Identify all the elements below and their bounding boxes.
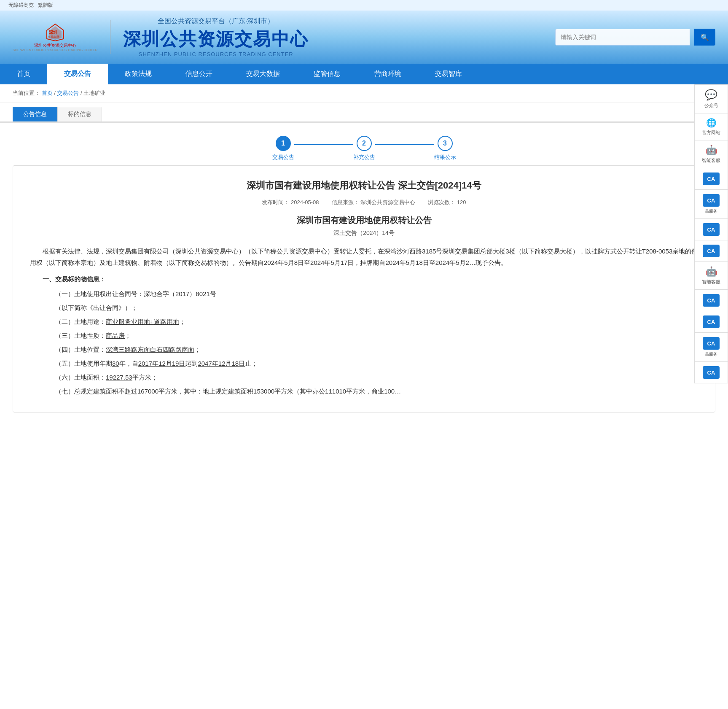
main-title: 深圳公共资源交易中心 (123, 27, 309, 51)
ca-6-widget[interactable]: CA (694, 311, 728, 332)
item-4: （三）土地性质：商品房； (30, 330, 698, 341)
item-2: （以下简称《出让合同》）； (30, 302, 698, 313)
tab-announcement[interactable]: 公告信息 (13, 107, 57, 121)
wechat-widget[interactable]: 💬 公众号 (694, 84, 728, 113)
platform-subtitle: 全国公共资源交易平台（广东·深圳市） (123, 17, 309, 26)
breadcrumb: 当前位置： 首页 / 交易公告 / 土地矿业 (0, 84, 728, 102)
ca-7-widget[interactable]: CA 品服务 (694, 332, 728, 361)
main-nav: 首页 交易公告 政策法规 信息公开 交易大数据 监管信息 营商环境 交易智库 (0, 64, 728, 84)
step-3-circle[interactable]: 3 (438, 136, 453, 151)
ca-2-label: 品服务 (705, 208, 717, 214)
item-3: （二）土地用途：商业服务业用地+道路用地； (30, 316, 698, 327)
ca-badge-4: CA (703, 245, 720, 257)
logo-box[interactable]: 深圳 交易集团 深圳公共资源交易中心 SHENZHEN PUBLIC RESOU… (13, 22, 97, 52)
ca-badge-2: CA (703, 194, 720, 207)
nav-home[interactable]: 首页 (0, 64, 47, 84)
ca-badge-8: CA (703, 366, 720, 379)
header-left: 深圳 交易集团 深圳公共资源交易中心 SHENZHEN PUBLIC RESOU… (13, 17, 309, 57)
views-value: 120 (457, 199, 466, 205)
nav-big-data[interactable]: 交易大数据 (229, 64, 297, 84)
source-value: 深圳公共资源交易中心 (360, 199, 415, 205)
item-6: （五）土地使用年期30年，自2017年12月19日起到2047年12月18日止； (30, 358, 698, 369)
ca-5-widget[interactable]: CA (694, 289, 728, 311)
breadcrumb-current: 当前位置： (13, 90, 40, 96)
robot-icon-1: 🤖 (706, 145, 717, 156)
step-2-label: 补充公告 (353, 154, 375, 161)
ca-1-widget[interactable]: CA (694, 168, 728, 189)
doc-title: 深圳市国有建设用地使用权转让公告 (30, 215, 698, 226)
svg-text:深圳: 深圳 (49, 30, 57, 35)
robot-icon-2: 🤖 (706, 266, 717, 277)
doc-number: 深土交告（2024）14号 (30, 229, 698, 237)
nav-info[interactable]: 信息公开 (169, 64, 229, 84)
body-intro: 根据有关法律、法规，深圳交易集团有限公司（深圳公共资源交易中心）（以下简称公共资… (30, 245, 698, 268)
ca-badge-5: CA (703, 294, 720, 307)
announcement-meta: 发布时间： 2024-05-08 信息来源： 深圳公共资源交易中心 浏览次数： … (30, 199, 698, 206)
official-site-icon: 🌐 (706, 118, 717, 128)
breadcrumb-home[interactable]: 首页 (42, 90, 53, 96)
smart-service-1-widget[interactable]: 🤖 智能客服 (694, 140, 728, 168)
logo-subtext: 深圳公共资源交易中心 SHENZHEN PUBLIC RESOURCES TRA… (13, 43, 97, 52)
search-button[interactable] (694, 29, 715, 46)
item-5: （四）土地位置：深湾三路路东面白石四路路南面； (30, 344, 698, 355)
nav-policy[interactable]: 政策法规 (108, 64, 169, 84)
smart-service-2-label: 智能客服 (702, 279, 720, 285)
main-content: 深圳市国有建设用地使用权转让公告 深土交告[2024]14号 发布时间： 202… (13, 165, 715, 412)
announcement-page-title: 深圳市国有建设用地使用权转让公告 深土交告[2024]14号 (30, 178, 698, 192)
nav-trade-think[interactable]: 交易智库 (418, 64, 479, 84)
search-input[interactable] (555, 29, 690, 46)
step-3-label: 结果公示 (434, 154, 456, 161)
step-2-circle[interactable]: 2 (357, 136, 372, 151)
right-sidebar: 💬 公众号 🌐 官方网站 🤖 智能客服 CA CA 品服务 CA CA 🤖 智能… (694, 84, 728, 383)
nav-business-env[interactable]: 营商环境 (357, 64, 418, 84)
nav-trade-notice[interactable]: 交易公告 (47, 64, 108, 84)
main-layout: 深圳市国有建设用地使用权转让公告 深土交告[2024]14号 发布时间： 202… (0, 165, 728, 412)
item-1: （一）土地使用权出让合同号：深地合字（2017）8021号 (30, 288, 698, 299)
official-site-widget[interactable]: 🌐 官方网站 (694, 113, 728, 140)
nav-supervision[interactable]: 监管信息 (297, 64, 357, 84)
tab-bid-info[interactable]: 标的信息 (57, 107, 102, 121)
ca-2-widget[interactable]: CA 品服务 (694, 189, 728, 218)
header-right (555, 29, 715, 46)
breadcrumb-trade[interactable]: 交易公告 (57, 90, 79, 96)
steps-container: 1 交易公告 2 补充公告 3 结果公示 (0, 123, 728, 165)
step-1-circle[interactable]: 1 (276, 136, 291, 151)
ca-3-widget[interactable]: CA (694, 218, 728, 240)
logo-icon: 深圳 交易集团 (43, 22, 68, 43)
step-line-1 (294, 144, 353, 145)
publish-time-label: 发布时间： 2024-05-08 (262, 199, 319, 206)
wechat-icon: 💬 (705, 89, 717, 101)
doc-body: 根据有关法律、法规，深圳交易集团有限公司（深圳公共资源交易中心）（以下简称公共资… (30, 245, 698, 397)
smart-service-2-widget[interactable]: 🤖 智能客服 (694, 261, 728, 289)
item-7: （六）土地面积：19227.53平方米； (30, 372, 698, 383)
views-label: 浏览次数： 120 (428, 199, 466, 206)
ca-badge-3: CA (703, 223, 720, 236)
wechat-label: 公众号 (704, 102, 718, 109)
smart-service-1-label: 智能客服 (702, 157, 720, 164)
step-3: 3 结果公示 (434, 136, 456, 161)
en-title: SHENZHEN PUBLIC RESOURCES TRADING CENTER (123, 51, 309, 57)
ca-7-label: 品服务 (705, 351, 717, 357)
publish-time-value: 2024-05-08 (291, 199, 319, 205)
traditional-link[interactable]: 繁體版 (38, 2, 53, 9)
announcement-box: 深圳市国有建设用地使用权转让公告 深土交告[2024]14号 发布时间： 202… (13, 165, 715, 412)
ca-8-widget[interactable]: CA (694, 361, 728, 383)
section1-title: 一、交易标的物信息： (30, 273, 698, 285)
ca-badge-6: CA (703, 315, 720, 328)
header: 深圳 交易集团 深圳公共资源交易中心 SHENZHEN PUBLIC RESOU… (0, 11, 728, 64)
official-site-label: 官方网站 (702, 129, 720, 136)
barrier-free-link[interactable]: 无障碍浏览 (8, 2, 34, 9)
step-2: 2 补充公告 (353, 136, 375, 161)
header-center: 全国公共资源交易平台（广东·深圳市） 深圳公共资源交易中心 SHENZHEN P… (123, 17, 309, 57)
step-line-2 (375, 144, 434, 145)
ca-4-widget[interactable]: CA (694, 240, 728, 261)
step-1-label: 交易公告 (272, 154, 294, 161)
breadcrumb-category: 土地矿业 (83, 90, 105, 96)
svg-text:交易集团: 交易集团 (48, 35, 59, 39)
step-1: 1 交易公告 (272, 136, 294, 161)
tab-bar: 公告信息 标的信息 (0, 102, 728, 122)
ca-badge-1: CA (703, 173, 720, 185)
item-8: （七）总规定建筑面积不超过167000平方米，其中：地上规定建筑面积153000… (30, 386, 698, 397)
source-label: 信息来源： 深圳公共资源交易中心 (332, 199, 416, 206)
accessibility-bar: 无障碍浏览 繁體版 (0, 0, 728, 11)
